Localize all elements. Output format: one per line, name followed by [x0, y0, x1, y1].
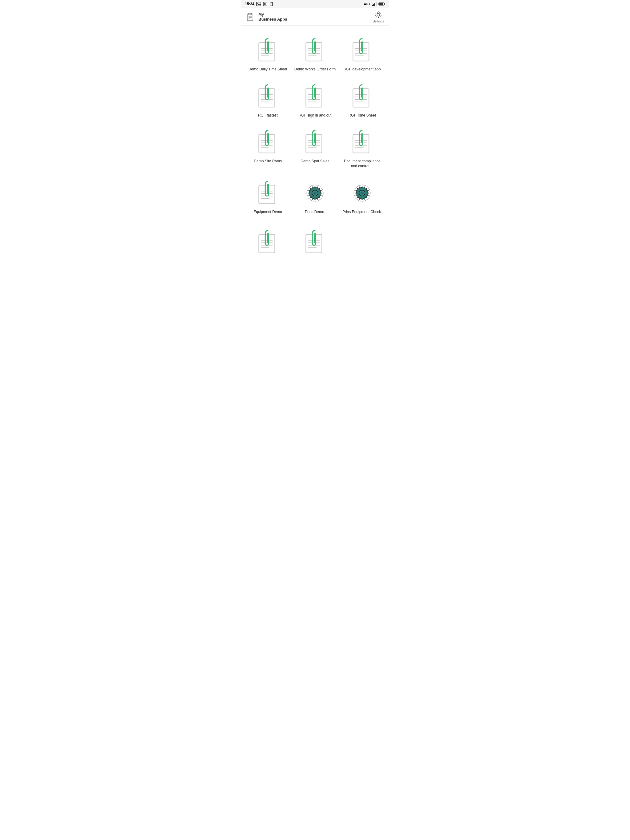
- svg-rect-83: [306, 234, 322, 253]
- app-label-equipment-demo: Equipment Demo: [253, 210, 282, 215]
- app-icon-partial-1: [256, 230, 280, 256]
- app-icon-partial-2: [303, 230, 327, 256]
- svg-point-19: [375, 12, 381, 17]
- app-item-rgf-fastest[interactable]: RGF fastest: [244, 78, 291, 124]
- app-item-demo-daily-time-sheet[interactable]: Demo Daily Time Sheet: [244, 32, 291, 78]
- app-label-prins-equipment-check: Prins Equipment Check.: [342, 210, 382, 215]
- app-icon-prins-demo: [303, 181, 327, 207]
- app-item-rgf-time-sheet[interactable]: RGF Time Sheet: [339, 78, 386, 124]
- status-time: 15:34: [245, 2, 255, 6]
- app-logo: My Business Apps: [246, 12, 287, 22]
- app-icon-prins-equipment-check: [350, 181, 374, 207]
- svg-rect-11: [385, 3, 385, 5]
- svg-rect-0: [256, 2, 261, 6]
- app-item-rgf-sign-in-and-out[interactable]: RGF sign in and out: [291, 78, 339, 124]
- svg-rect-6: [372, 5, 373, 6]
- battery-icon: [378, 2, 385, 6]
- svg-rect-30: [353, 43, 369, 61]
- app-label-rgf-development-app: RGF development app: [343, 67, 381, 72]
- svg-rect-65: [259, 185, 275, 204]
- app-item-partial-2[interactable]: [291, 227, 339, 259]
- svg-rect-9: [375, 2, 377, 6]
- svg-rect-20: [259, 43, 275, 61]
- app-title-line1: My: [258, 12, 287, 17]
- app-item-demo-spot-sales[interactable]: Demo Spot Sales: [291, 124, 339, 175]
- status-right: 4G+: [364, 2, 385, 6]
- app-label-demo-spot-sales: Demo Spot Sales: [301, 159, 329, 164]
- svg-rect-25: [306, 43, 322, 61]
- app-item-prins-equipment-check[interactable]: Prins Equipment Check.: [339, 175, 386, 221]
- svg-rect-78: [259, 234, 275, 253]
- gallery-icon: [256, 2, 261, 6]
- app-item-demo-works-order-form[interactable]: Demo Works Order Form: [291, 32, 339, 78]
- app-label-demo-site-rams: Demo Site Rams: [254, 159, 282, 164]
- signal-label: 4G+: [364, 2, 370, 6]
- signal-bars-icon: [372, 2, 377, 6]
- svg-rect-60: [353, 135, 369, 153]
- app-icon-rgf-time-sheet: [350, 84, 374, 110]
- app-icon-demo-works-order-form: [303, 38, 327, 64]
- app-label-document-compliance: Document compliance and control....: [341, 159, 383, 169]
- app-label-demo-daily-time-sheet: Demo Daily Time Sheet: [249, 67, 287, 72]
- svg-rect-55: [306, 135, 322, 153]
- app-icon-demo-daily-time-sheet: [256, 38, 280, 64]
- svg-rect-45: [353, 88, 369, 107]
- svg-rect-35: [259, 88, 275, 107]
- app-icon-rgf-development-app: [350, 38, 374, 64]
- app-icon-document-compliance: [350, 130, 374, 156]
- app-item-demo-site-rams[interactable]: Demo Site Rams: [244, 124, 291, 175]
- status-bar: 15:34 4G+: [241, 0, 389, 8]
- svg-rect-12: [379, 3, 383, 5]
- settings-label: Settings: [373, 20, 384, 23]
- settings-gear-icon: [374, 11, 383, 19]
- app-item-equipment-demo[interactable]: Equipment Demo: [244, 175, 291, 221]
- app-item-rgf-development-app[interactable]: RGF development app: [339, 32, 386, 78]
- app-label-prins-demo: Prins Demo.: [305, 210, 325, 215]
- svg-rect-2: [263, 2, 267, 6]
- screenshot-icon: [263, 2, 268, 6]
- app-item-partial-1[interactable]: [244, 227, 291, 259]
- app-icon-demo-site-rams: [256, 130, 280, 156]
- svg-rect-5: [271, 2, 272, 3]
- svg-rect-40: [306, 88, 322, 107]
- svg-rect-4: [270, 2, 272, 6]
- app-label-rgf-time-sheet: RGF Time Sheet: [348, 113, 376, 118]
- svg-rect-7: [373, 4, 374, 6]
- svg-point-77: [361, 191, 364, 195]
- app-label-rgf-sign-in-and-out: RGF sign in and out: [299, 113, 332, 118]
- app-item-document-compliance[interactable]: Document compliance and control....: [339, 124, 386, 175]
- svg-point-3: [264, 3, 266, 5]
- clipboard-status-icon: [269, 2, 274, 6]
- app-icon-demo-spot-sales: [303, 130, 327, 156]
- app-label-demo-works-order-form: Demo Works Order Form: [294, 67, 336, 72]
- app-icon-rgf-sign-in-and-out: [303, 84, 327, 110]
- svg-point-18: [377, 14, 380, 16]
- app-title-line2: Business Apps: [258, 17, 287, 22]
- top-bar: My Business Apps Settings: [241, 8, 389, 26]
- app-item-prins-demo[interactable]: Prins Demo.: [291, 175, 339, 221]
- settings-button[interactable]: Settings: [373, 11, 384, 23]
- app-icon-rgf-fastest: [256, 84, 280, 110]
- app-grid: Demo Daily Time Sheet Demo Works Order F…: [241, 26, 389, 227]
- app-label-rgf-fastest: RGF fastest: [258, 113, 278, 118]
- svg-point-73: [313, 191, 317, 195]
- app-icon-equipment-demo: [256, 181, 280, 207]
- app-grid-partial: [241, 227, 389, 265]
- svg-rect-8: [374, 3, 375, 6]
- logo-icon: [246, 12, 256, 22]
- svg-rect-50: [259, 135, 275, 153]
